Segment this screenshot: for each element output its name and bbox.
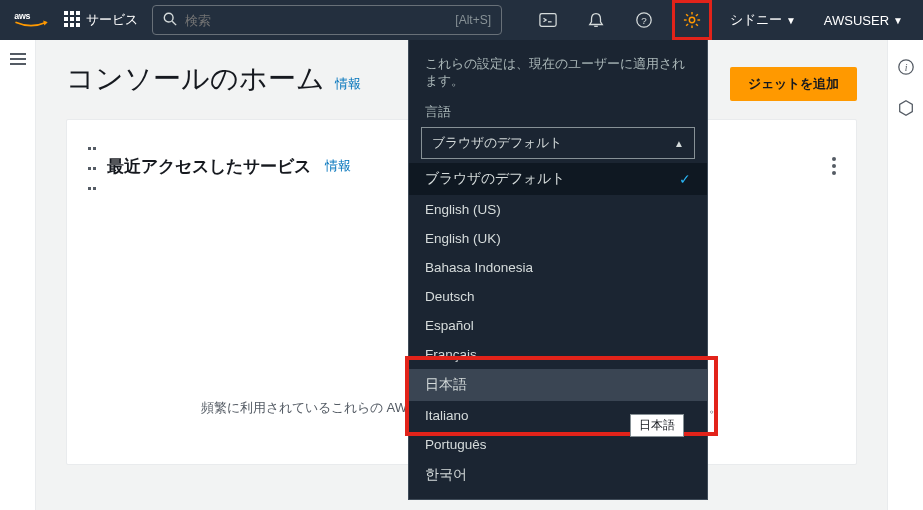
language-label: 言語 bbox=[409, 104, 707, 127]
svg-text:?: ? bbox=[641, 15, 647, 26]
settings-message: これらの設定は、現在のユーザーに適用されます。 bbox=[409, 56, 707, 104]
hexagon-icon[interactable] bbox=[897, 99, 915, 120]
language-tooltip: 日本語 bbox=[630, 414, 684, 437]
svg-line-22 bbox=[686, 14, 688, 16]
left-rail bbox=[0, 40, 36, 510]
language-option-label: English (UK) bbox=[425, 231, 501, 246]
svg-line-11 bbox=[172, 21, 176, 25]
svg-rect-4 bbox=[64, 17, 68, 21]
region-label: シドニー bbox=[730, 11, 782, 29]
recent-sub: 頻繁に利用されているこれらの AWS bbox=[201, 400, 416, 415]
svg-text:i: i bbox=[904, 62, 907, 73]
language-option-label: 日本語 bbox=[425, 376, 467, 394]
svg-rect-3 bbox=[76, 11, 80, 15]
language-option-label: Français bbox=[425, 347, 477, 362]
info-link[interactable]: 情報 bbox=[325, 157, 351, 175]
services-label: サービス bbox=[86, 11, 138, 29]
language-option-label: Bahasa Indonesia bbox=[425, 260, 533, 275]
svg-line-25 bbox=[696, 14, 698, 16]
panel-menu-icon[interactable] bbox=[832, 154, 836, 178]
right-rail: i bbox=[887, 40, 923, 510]
add-widget-button[interactable]: ジェットを追加 bbox=[730, 67, 857, 101]
triangle-up-icon: ▲ bbox=[674, 138, 684, 149]
language-option[interactable]: English (UK) bbox=[409, 224, 707, 253]
language-option[interactable]: English (US) bbox=[409, 195, 707, 224]
language-option-label: Español bbox=[425, 318, 474, 333]
svg-line-23 bbox=[696, 24, 698, 26]
language-option-label: 한국어 bbox=[425, 466, 467, 484]
language-option[interactable]: Français bbox=[409, 340, 707, 369]
page-title: コンソールのホーム bbox=[66, 63, 325, 94]
language-option-label: Deutsch bbox=[425, 289, 475, 304]
region-selector[interactable]: シドニー ▼ bbox=[720, 11, 806, 29]
caret-down-icon: ▼ bbox=[893, 15, 903, 26]
svg-rect-9 bbox=[76, 23, 80, 27]
svg-rect-8 bbox=[70, 23, 74, 27]
language-option[interactable]: Español bbox=[409, 311, 707, 340]
language-option-label: Italiano bbox=[425, 408, 469, 423]
info-link[interactable]: 情報 bbox=[335, 76, 361, 91]
notifications-icon[interactable] bbox=[576, 0, 616, 40]
language-selected: ブラウザのデフォルト bbox=[432, 134, 562, 152]
svg-rect-1 bbox=[64, 11, 68, 15]
svg-rect-5 bbox=[70, 17, 74, 21]
language-option-label: Português bbox=[425, 437, 487, 452]
help-icon[interactable]: ? bbox=[624, 0, 664, 40]
svg-line-24 bbox=[686, 24, 688, 26]
svg-marker-28 bbox=[899, 101, 912, 115]
language-select[interactable]: ブラウザのデフォルト ▲ bbox=[421, 127, 695, 159]
svg-text:aws: aws bbox=[14, 11, 30, 21]
language-options-list: ブラウザのデフォルト✓English (US)English (UK)Bahas… bbox=[409, 163, 707, 491]
settings-gear-icon[interactable] bbox=[672, 0, 712, 40]
drag-handle-icon[interactable] bbox=[87, 136, 99, 196]
language-option[interactable]: ブラウザのデフォルト✓ bbox=[409, 163, 707, 195]
aws-logo[interactable]: aws bbox=[14, 10, 48, 30]
panel-title-text: 最近アクセスしたサービス bbox=[107, 155, 311, 178]
cloudshell-icon[interactable] bbox=[528, 0, 568, 40]
svg-rect-6 bbox=[76, 17, 80, 21]
language-option-label: English (US) bbox=[425, 202, 501, 217]
language-option[interactable]: 日本語 bbox=[409, 369, 707, 401]
grid-icon bbox=[64, 11, 80, 30]
search-input[interactable] bbox=[185, 13, 447, 28]
check-icon: ✓ bbox=[679, 171, 691, 187]
user-label: AWSUSER bbox=[824, 13, 889, 28]
language-option-label: ブラウザのデフォルト bbox=[425, 170, 565, 188]
info-circle-icon[interactable]: i bbox=[897, 58, 915, 79]
svg-point-17 bbox=[689, 17, 694, 22]
hamburger-icon[interactable] bbox=[10, 50, 26, 510]
top-navbar: aws サービス [Alt+S] ? シドニー ▼ AWSUSER ▼ bbox=[0, 0, 923, 40]
services-menu[interactable]: サービス bbox=[58, 7, 144, 34]
svg-rect-7 bbox=[64, 23, 68, 27]
account-menu[interactable]: AWSUSER ▼ bbox=[814, 13, 913, 28]
language-option[interactable]: Deutsch bbox=[409, 282, 707, 311]
search-shortcut: [Alt+S] bbox=[455, 13, 491, 27]
search-icon bbox=[163, 12, 177, 29]
svg-point-10 bbox=[164, 13, 173, 22]
language-option[interactable]: Bahasa Indonesia bbox=[409, 253, 707, 282]
svg-rect-2 bbox=[70, 11, 74, 15]
svg-rect-12 bbox=[540, 14, 556, 27]
search-box[interactable]: [Alt+S] bbox=[152, 5, 502, 35]
caret-down-icon: ▼ bbox=[786, 15, 796, 26]
language-option[interactable]: 한국어 bbox=[409, 459, 707, 491]
